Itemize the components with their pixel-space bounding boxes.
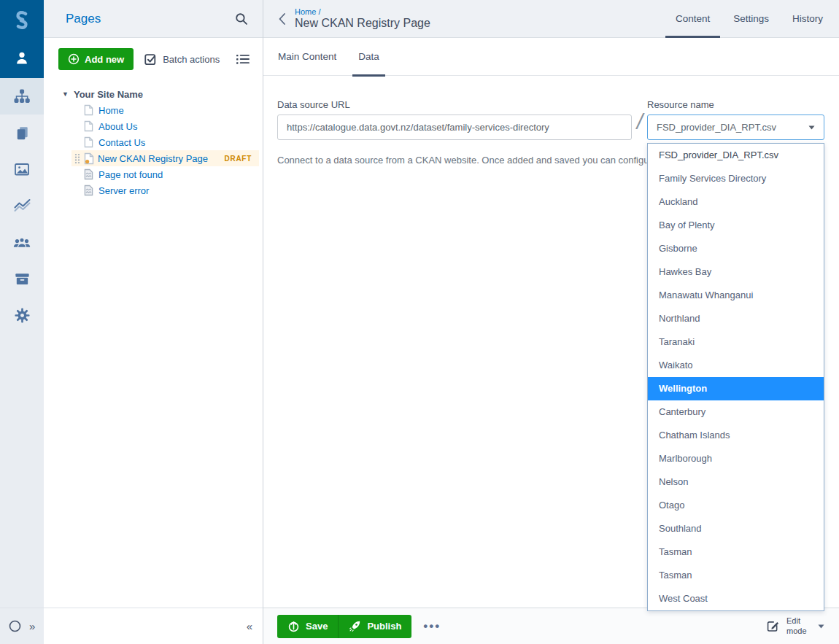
users-icon [12,233,31,251]
error-page-icon [84,185,93,196]
publish-button[interactable]: Publish [338,615,411,638]
tree-node-new-ckan-registry-page[interactable]: New CKAN Registry Page DRAFT [71,150,259,166]
left-nav-bar: » [0,0,44,644]
site-tree: ▼ Your Site Name Home About Us Contact U… [44,70,263,198]
pages-panel-header: Pages [44,0,263,38]
left-nav-top [0,0,44,78]
breadcrumb-block: Home / New CKAN Registry Page [295,7,430,30]
collapse-panel-button[interactable]: « [247,620,252,632]
dropdown-option[interactable]: Manawatu Whanganui [648,284,824,307]
subtab-data[interactable]: Data [358,38,379,76]
tree-node-label[interactable]: Server error [98,185,149,196]
dropdown-option[interactable]: Canterbury [648,400,824,424]
back-button[interactable] [274,9,290,28]
dropdown-option[interactable]: Auckland [648,190,824,214]
tree-node-page-not-found[interactable]: Page not found [44,166,263,182]
search-icon[interactable] [233,11,250,27]
chevron-left-icon [278,12,286,26]
tree-node-label[interactable]: Home [98,105,124,116]
draft-page-icon [84,152,94,165]
dropdown-option[interactable]: Gisborne [648,237,824,260]
dropdown-option[interactable]: Northland [648,307,824,330]
nav-item-reports[interactable] [0,187,44,224]
dropdown-option[interactable]: Wellington [648,377,824,400]
actions-toolbar: Save Publish ••• Edit mode [263,608,839,644]
add-new-label: Add new [85,54,124,65]
nav-item-security[interactable] [0,224,44,260]
save-button[interactable]: Save [277,615,338,638]
dropdown-option[interactable]: Tasman [648,540,824,564]
dropdown-option[interactable]: Otago [648,494,824,517]
nav-item-settings[interactable] [0,297,44,333]
tree-node-label[interactable]: About Us [98,121,137,132]
edit-pencil-icon [766,619,780,633]
edit-mode-selector[interactable]: Edit mode [766,616,824,635]
dropdown-option[interactable]: Bay of Plenty [648,214,824,237]
pages-panel: Pages Add new Batch actions [44,0,263,644]
dropdown-option[interactable]: Tasman [648,564,824,587]
dropdown-option[interactable]: West Coast [648,587,824,610]
dropdown-option[interactable]: Nelson [648,470,824,494]
tree-node-server-error[interactable]: Server error [44,182,263,198]
tree-node-label[interactable]: Contact Us [98,137,145,148]
header-tabs: Content Settings History [674,0,824,38]
tree-collapse-icon[interactable]: ▼ [62,90,69,98]
upload-circle-icon [287,620,300,632]
dropdown-option[interactable]: FSD_provider_DIA_RPT.csv [648,144,824,167]
tab-settings[interactable]: Settings [732,0,770,38]
chart-icon [13,197,31,214]
page-icon [84,136,93,148]
nav-item-files[interactable] [0,115,44,151]
more-actions-button[interactable]: ••• [423,619,441,634]
gear-icon [14,307,31,324]
nav-item-media[interactable] [0,151,44,187]
breadcrumb[interactable]: Home / [295,7,430,16]
tree-node-label[interactable]: Page not found [98,169,163,180]
pages-panel-footer: « [44,608,263,644]
tab-history[interactable]: History [791,0,824,38]
tree-node-home[interactable]: Home [44,102,263,118]
tab-content[interactable]: Content [674,0,711,38]
user-icon [13,49,31,66]
page-icon [84,104,93,116]
tree-node-root[interactable]: ▼ Your Site Name [44,86,263,102]
content-subtabs: Main Content Data [263,38,839,76]
dropdown-option[interactable]: Family Services Directory [648,167,824,190]
expand-menu-button[interactable]: » [29,620,35,632]
dropdown-option[interactable]: Taranaki [648,330,824,354]
main-header: Home / New CKAN Registry Page Content Se… [263,0,839,38]
data-source-url-input[interactable] [277,115,632,140]
silverstripe-logo[interactable] [0,0,44,39]
nav-item-profile[interactable] [0,39,44,76]
subtab-main-content[interactable]: Main Content [278,38,336,76]
dropdown-option[interactable]: Southland [648,517,824,540]
tree-node-about-us[interactable]: About Us [44,118,263,134]
drag-handle-icon[interactable] [74,153,80,164]
resource-name-select[interactable]: FSD_provider_DIA_RPT.csv [647,115,824,140]
dropdown-option[interactable]: Chatham Islands [648,424,824,447]
tree-node-contact-us[interactable]: Contact Us [44,134,263,150]
image-icon [13,160,31,178]
site-name-label: Your Site Name [74,89,143,100]
resource-name-label: Resource name [647,99,714,110]
circle-icon[interactable] [9,620,21,632]
add-new-button[interactable]: Add new [58,48,134,70]
save-label: Save [306,621,328,632]
dropdown-option[interactable]: Marlborough [648,447,824,470]
dropdown-option[interactable]: Waikato [648,354,824,377]
left-nav-footer: » [0,608,44,644]
view-list-button[interactable] [236,53,250,65]
draft-status-badge: DRAFT [225,155,252,163]
site-tree-icon [13,88,31,105]
dropdown-option[interactable]: Hawkes Bay [648,260,824,284]
panel-title: Pages [66,12,233,26]
page-icon [84,120,93,132]
main-area: Home / New CKAN Registry Page Content Se… [263,0,839,644]
nav-item-archive[interactable] [0,260,44,297]
batch-actions-button[interactable]: Batch actions [144,53,220,66]
nav-item-pages[interactable] [0,78,44,115]
plus-circle-icon [68,53,80,65]
tree-node-label[interactable]: New CKAN Registry Page [98,153,208,164]
caret-down-icon [818,624,824,629]
batch-actions-label: Batch actions [163,54,220,65]
